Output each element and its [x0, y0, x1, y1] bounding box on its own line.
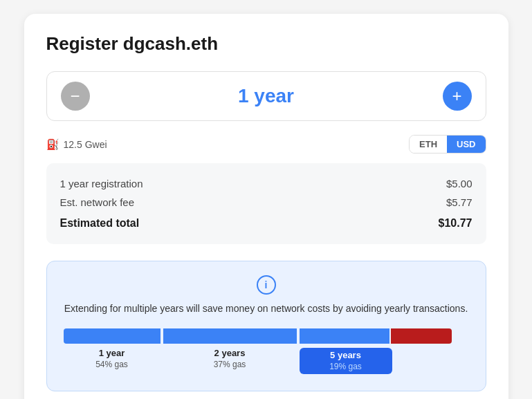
info-icon: i	[257, 275, 276, 295]
bar-label-1yr-year: 1 year	[64, 348, 160, 360]
bar-label-5yr-year: 5 years	[300, 350, 392, 362]
info-box: i Extending for multiple years will save…	[46, 261, 486, 391]
bar-label-5yr: 5 years 19% gas	[300, 348, 392, 374]
registration-label: 1 year registration	[60, 178, 143, 189]
usd-button[interactable]: USD	[447, 136, 485, 153]
bar-segment-2yr	[163, 328, 297, 344]
network-fee-value: $5.77	[446, 196, 473, 208]
bar-label-2yr-gas: 37% gas	[163, 360, 297, 371]
info-icon-row: i	[64, 275, 469, 295]
increment-year-button[interactable]: +	[443, 82, 472, 111]
register-card: Register dgcash.eth − 1 year + ⛽ 12.5 Gw…	[24, 14, 508, 399]
bar-label-1yr: 1 year 54% gas	[64, 348, 160, 370]
bar-labels-row: 1 year 54% gas 2 years 37% gas 5 years 1…	[64, 348, 469, 374]
bar-segment-red	[391, 328, 452, 344]
bar-label-2yr: 2 years 37% gas	[163, 348, 297, 370]
registration-value: $5.00	[446, 178, 473, 189]
bars-row	[64, 328, 469, 344]
bar-label-5yr-gas: 19% gas	[300, 362, 392, 373]
gas-gwei: 12.5 Gwei	[64, 139, 107, 150]
currency-toggle: ETH USD	[409, 135, 486, 154]
year-selector: − 1 year +	[46, 71, 486, 121]
pricing-box: 1 year registration $5.00 Est. network f…	[46, 163, 486, 244]
gas-info: ⛽ 12.5 Gwei	[46, 138, 107, 151]
registration-row: 1 year registration $5.00	[60, 174, 473, 193]
gas-row: ⛽ 12.5 Gwei ETH USD	[46, 135, 486, 154]
network-fee-label: Est. network fee	[60, 196, 135, 208]
total-row: Estimated total $10.77	[60, 212, 473, 233]
bar-label-2yr-year: 2 years	[163, 348, 297, 360]
year-value: 1 year	[238, 85, 294, 107]
info-message: Extending for multiple years will save m…	[64, 301, 469, 316]
decrement-year-button[interactable]: −	[61, 82, 90, 111]
page-title: Register dgcash.eth	[46, 33, 486, 55]
bar-segment-5yr	[300, 328, 389, 344]
bar-label-1yr-gas: 54% gas	[64, 360, 160, 371]
network-fee-row: Est. network fee $5.77	[60, 193, 473, 212]
total-label: Estimated total	[60, 217, 140, 230]
bar-segment-1yr	[64, 328, 160, 344]
gas-icon: ⛽	[46, 138, 59, 151]
bar-chart: 1 year 54% gas 2 years 37% gas 5 years 1…	[64, 328, 469, 374]
eth-button[interactable]: ETH	[410, 136, 447, 153]
total-value: $10.77	[439, 217, 473, 230]
